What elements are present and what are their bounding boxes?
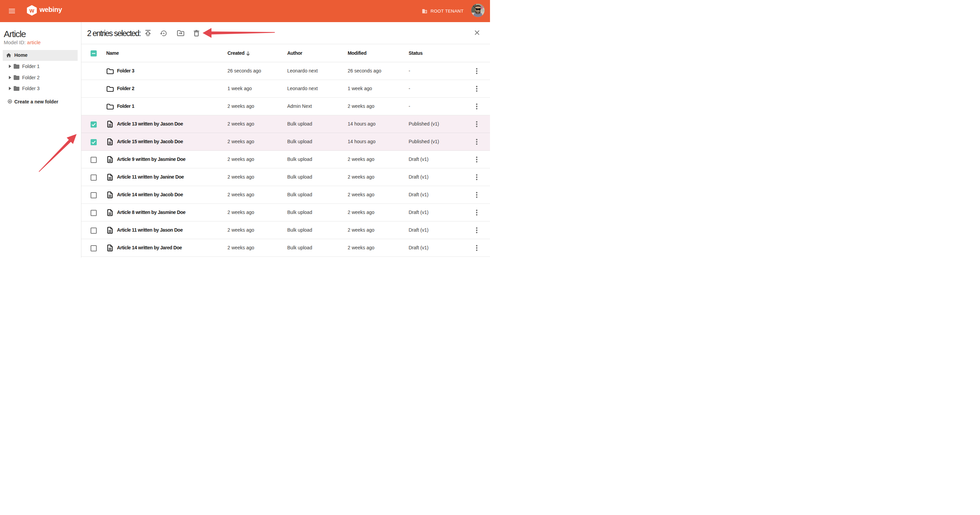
svg-text:w: w [29, 7, 34, 14]
